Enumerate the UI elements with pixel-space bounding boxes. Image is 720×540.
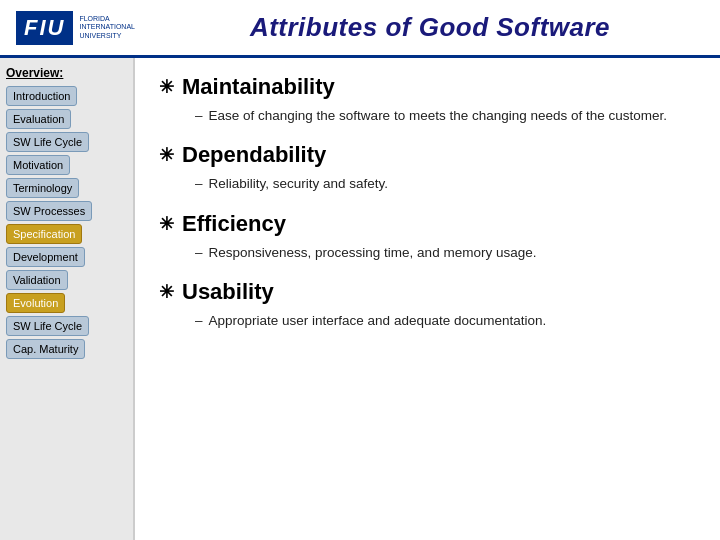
sidebar-item-validation[interactable]: Validation <box>6 270 68 290</box>
section-maintainability: ✳ Maintainability – Ease of changing the… <box>159 74 696 126</box>
section-title-maintainability: Maintainability <box>182 74 335 100</box>
section-header-dependability: ✳ Dependability <box>159 142 696 168</box>
sidebar-item-introduction[interactable]: Introduction <box>6 86 77 106</box>
sidebar-item-evolution[interactable]: Evolution <box>6 293 65 313</box>
list-item: – Ease of changing the software to meets… <box>195 106 696 126</box>
logo-icon: FIU <box>16 11 73 45</box>
university-name: FLORIDA INTERNATIONAL UNIVERSITY <box>79 15 149 40</box>
list-item: – Appropriate user interface and adequat… <box>195 311 696 331</box>
sidebar-item-terminology[interactable]: Terminology <box>6 178 79 198</box>
content-area: ✳ Maintainability – Ease of changing the… <box>135 58 720 540</box>
bullet-usability: ✳ <box>159 281 174 303</box>
header: FIU FLORIDA INTERNATIONAL UNIVERSITY Att… <box>0 0 720 58</box>
section-title-usability: Usability <box>182 279 274 305</box>
list-item: – Responsiveness, processing time, and m… <box>195 243 696 263</box>
section-body-usability: – Appropriate user interface and adequat… <box>159 311 696 331</box>
section-body-maintainability: – Ease of changing the software to meets… <box>159 106 696 126</box>
sidebar-item-specification[interactable]: Specification <box>6 224 82 244</box>
section-title-efficiency: Efficiency <box>182 211 286 237</box>
section-dependability: ✳ Dependability – Reliability, security … <box>159 142 696 194</box>
section-title-dependability: Dependability <box>182 142 326 168</box>
section-usability: ✳ Usability – Appropriate user interface… <box>159 279 696 331</box>
sidebar-item-motivation[interactable]: Motivation <box>6 155 70 175</box>
page-title: Attributes of Good Software <box>156 12 704 43</box>
sidebar-item-sw-life-cycle-2[interactable]: SW Life Cycle <box>6 316 89 336</box>
list-item: – Reliability, security and safety. <box>195 174 696 194</box>
sidebar-item-cap-maturity[interactable]: Cap. Maturity <box>6 339 85 359</box>
section-header-usability: ✳ Usability <box>159 279 696 305</box>
logo-area: FIU FLORIDA INTERNATIONAL UNIVERSITY <box>16 11 156 45</box>
sidebar-item-evaluation[interactable]: Evaluation <box>6 109 71 129</box>
section-efficiency: ✳ Efficiency – Responsiveness, processin… <box>159 211 696 263</box>
sidebar-overview-label: Overview: <box>6 66 127 80</box>
bullet-efficiency: ✳ <box>159 213 174 235</box>
sidebar-item-development[interactable]: Development <box>6 247 85 267</box>
sidebar: Overview: Introduction Evaluation SW Lif… <box>0 58 135 540</box>
section-header-maintainability: ✳ Maintainability <box>159 74 696 100</box>
section-body-dependability: – Reliability, security and safety. <box>159 174 696 194</box>
main-layout: Overview: Introduction Evaluation SW Lif… <box>0 58 720 540</box>
bullet-maintainability: ✳ <box>159 76 174 98</box>
section-header-efficiency: ✳ Efficiency <box>159 211 696 237</box>
sidebar-item-sw-life-cycle-1[interactable]: SW Life Cycle <box>6 132 89 152</box>
bullet-dependability: ✳ <box>159 144 174 166</box>
section-body-efficiency: – Responsiveness, processing time, and m… <box>159 243 696 263</box>
sidebar-item-sw-processes[interactable]: SW Processes <box>6 201 92 221</box>
